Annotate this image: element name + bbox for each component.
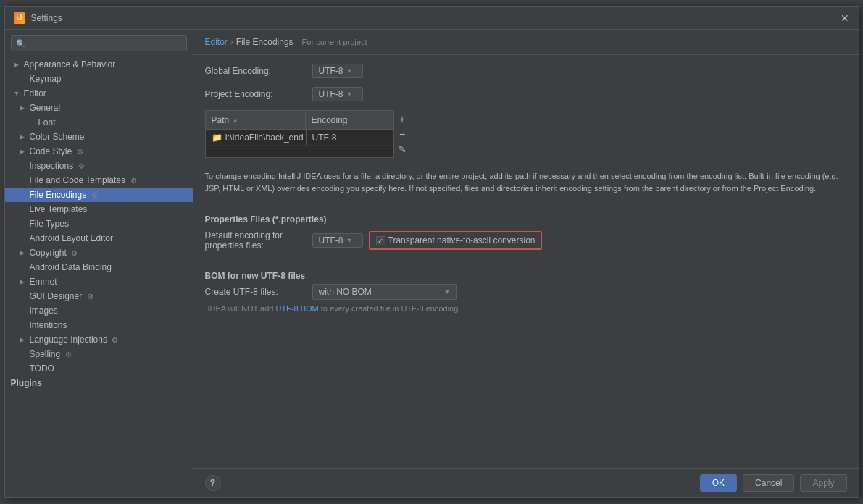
sidebar-item-general[interactable]: ▶ General [5,101,193,115]
sidebar: 🔍 ▶ Appearance & Behavior Keymap ▼ Edito… [5,30,193,497]
default-encoding-dropdown[interactable]: UTF-8 ▼ [312,233,363,248]
sidebar-item-appearance[interactable]: ▶ Appearance & Behavior [5,57,193,72]
encoding-cell: UTF-8 [306,130,393,145]
apply-button[interactable]: Apply [800,474,846,492]
sidebar-item-copyright[interactable]: ▶ Copyright ⚙ [5,245,193,260]
titlebar-left: IJ Settings [14,12,62,24]
sidebar-item-todo[interactable]: TODO [5,361,193,376]
footer: ? OK Cancel Apply [193,468,859,497]
properties-section: Properties Files (*.properties) Default … [205,209,847,253]
titlebar: IJ Settings ✕ [5,7,859,30]
create-label: Create UTF-8 files: [205,287,307,297]
sidebar-item-live-templates[interactable]: Live Templates [5,202,193,217]
search-input[interactable] [29,38,182,49]
breadcrumb: Editor › File Encodings For current proj… [193,30,859,55]
create-dropdown[interactable]: with NO BOM ▼ [312,284,457,300]
arrow-icon: ▶ [20,133,27,140]
sidebar-item-gui-designer[interactable]: GUI Designer ⚙ [5,289,193,303]
cog-icon: ⚙ [75,146,85,156]
footer-right: OK Cancel Apply [700,474,847,492]
bom-title: BOM for new UTF-8 files [205,271,847,281]
sidebar-item-code-style[interactable]: ▶ Code Style ⚙ [5,144,193,159]
default-encoding-row: Default encoding for properties files: U… [205,230,847,251]
cancel-button[interactable]: Cancel [743,474,794,492]
sidebar-item-intentions[interactable]: Intentions [5,318,193,332]
settings-icon: ⚙ [76,161,86,171]
sidebar-item-color-scheme[interactable]: ▶ Color Scheme [5,130,193,144]
table-row[interactable]: 📁 I:\IdeaFile\back_end UTF-8 [206,130,393,146]
encoding-table-wrapper: Path ▲ Encoding 📁 I:\IdeaFil [205,110,847,158]
sidebar-item-file-types[interactable]: File Types [5,217,193,231]
project-encoding-label: Project Encoding: [205,89,307,99]
global-encoding-dropdown[interactable]: UTF-8 ▼ [312,64,363,78]
sidebar-item-file-code-templates[interactable]: File and Code Templates ⚙ [5,173,193,188]
search-box[interactable]: 🔍 [11,35,187,51]
sidebar-item-android-data[interactable]: Android Data Binding [5,260,193,274]
info-text: To change encoding IntelliJ IDEA uses fo… [205,164,847,200]
injections-icon: ⚙ [110,335,120,345]
sidebar-item-plugins: Plugins [5,376,193,390]
app-icon: IJ [14,12,25,24]
table-toolbar: + − ✎ [393,110,411,158]
remove-button[interactable]: − [395,127,409,141]
global-encoding-label: Global Encoding: [205,66,307,76]
settings-dialog: IJ Settings ✕ 🔍 ▶ Appearance & Behavior … [4,6,859,498]
breadcrumb-parent[interactable]: Editor [205,37,228,47]
search-icon: 🔍 [16,39,26,49]
sidebar-item-spelling[interactable]: Spelling ⚙ [5,347,193,361]
bom-section: BOM for new UTF-8 files Create UTF-8 fil… [205,265,847,313]
arrow-icon: ▶ [14,61,21,68]
main-panel: Editor › File Encodings For current proj… [193,30,859,497]
sidebar-item-emmet[interactable]: ▶ Emmet [5,274,193,289]
table-header: Path ▲ Encoding [206,111,393,130]
arrow-icon: ▶ [20,278,27,285]
ok-button[interactable]: OK [700,474,737,492]
arrow-icon: ▶ [20,148,27,155]
dropdown-arrow-icon: ▼ [346,67,353,75]
copyright-icon: ⚙ [70,248,80,258]
transparent-checkbox-wrapper: Transparent native-to-ascii conversion [369,231,543,250]
default-encoding-label: Default encoding for properties files: [205,230,307,251]
encoding-header: Encoding [306,111,393,129]
sort-icon: ▲ [232,117,238,124]
arrow-icon: ▶ [20,249,27,256]
titlebar-title: Settings [31,13,62,23]
dropdown-arrow-icon: ▼ [346,237,353,244]
arrow-icon: ▶ [20,336,27,343]
global-encoding-row: Global Encoding: UTF-8 ▼ [205,64,847,78]
bom-link[interactable]: UTF-8 BOM [275,304,318,313]
add-button[interactable]: + [395,112,409,126]
footer-left: ? [205,475,694,491]
sidebar-item-file-encodings[interactable]: File Encodings ⚙ [5,188,193,202]
create-row: Create UTF-8 files: with NO BOM ▼ [205,284,847,300]
sidebar-item-android-layout[interactable]: Android Layout Editor [5,231,193,245]
breadcrumb-separator: › [230,37,233,47]
help-button[interactable]: ? [205,475,221,491]
arrow-icon: ▼ [14,90,21,97]
sidebar-item-language-injections[interactable]: ▶ Language Injections ⚙ [5,332,193,347]
sidebar-item-keymap[interactable]: Keymap [5,72,193,86]
encoding-table: Path ▲ Encoding 📁 I:\IdeaFil [205,110,393,158]
gui-icon: ⚙ [85,291,95,301]
transparent-checkbox[interactable] [376,236,385,245]
info-note: IDEA will NOT add UTF-8 BOM to every cre… [205,304,847,313]
table-body: 📁 I:\IdeaFile\back_end UTF-8 [206,130,393,157]
encoding-icon: ⚙ [89,190,99,200]
sidebar-item-editor[interactable]: ▼ Editor [5,86,193,101]
sidebar-item-inspections[interactable]: Inspections ⚙ [5,159,193,173]
breadcrumb-project-link[interactable]: For current project [302,38,367,46]
folder-icon: 📁 [212,133,222,143]
sidebar-item-font[interactable]: Font [5,115,193,130]
sidebar-item-images[interactable]: Images [5,303,193,318]
edit-button[interactable]: ✎ [395,142,409,156]
path-header: Path ▲ [206,111,306,129]
close-button[interactable]: ✕ [840,13,850,23]
arrow-icon: ▶ [20,104,27,112]
template-icon: ⚙ [128,175,138,185]
transparent-label: Transparent native-to-ascii conversion [388,235,535,245]
project-encoding-dropdown[interactable]: UTF-8 ▼ [312,87,363,101]
main-content: Global Encoding: UTF-8 ▼ Project Encodin… [193,55,859,468]
dropdown-arrow-icon: ▼ [346,91,353,98]
dialog-content: 🔍 ▶ Appearance & Behavior Keymap ▼ Edito… [5,30,859,497]
project-encoding-row: Project Encoding: UTF-8 ▼ [205,87,847,101]
